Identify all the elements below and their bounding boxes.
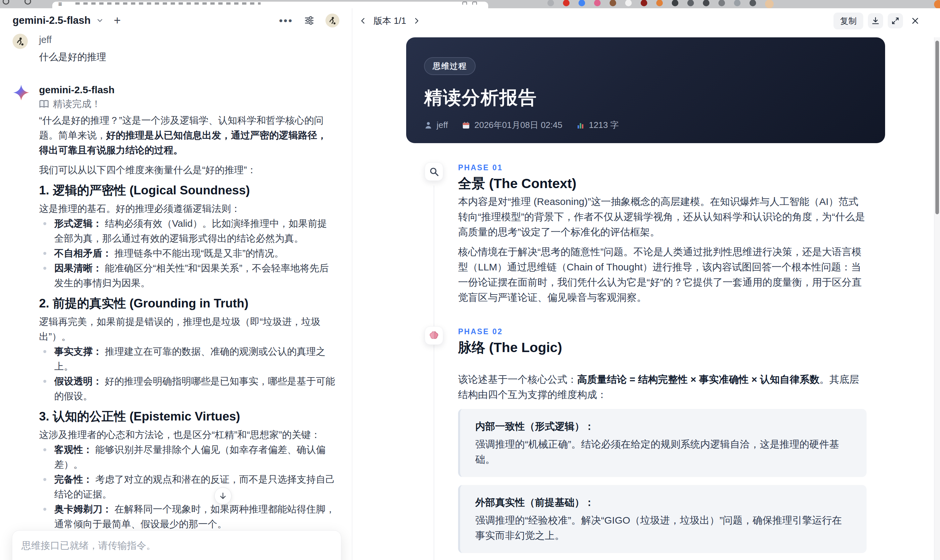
calendar-icon — [462, 121, 470, 129]
browser-grid-icon[interactable] — [25, 0, 31, 5]
version-label: 版本 1/1 — [373, 15, 406, 27]
user-name: jeff — [39, 33, 335, 46]
bar-chart-icon — [576, 121, 585, 129]
assistant-markdown: “什么是好的推理？”这是一个涉及逻辑学、认知科学和哲学核心的问题。简单来说，好的… — [39, 113, 335, 560]
extension-icon[interactable] — [610, 0, 616, 6]
message-composer[interactable]: 思维接口已就绪，请传输指令。 — [12, 530, 341, 560]
md-bullet-list: 事实支撑： 推理建立在可靠的数据、准确的观测或公认的真理之上。 假设透明： 好的… — [39, 344, 335, 404]
extension-icon[interactable] — [563, 0, 570, 6]
extension-icon[interactable] — [718, 0, 725, 6]
md-bullet-list: 客观性： 能够识别并尽量排除个人偏见（如幸存者偏差、确认偏差）。 完备性： 考虑… — [39, 442, 335, 532]
close-icon[interactable] — [908, 13, 923, 28]
copy-button[interactable]: 复制 — [834, 12, 863, 29]
browser-tab[interactable]: ≡ — [52, 2, 488, 8]
user-avatar[interactable] — [12, 34, 28, 49]
assistant-name: gemini-2.5-flash — [39, 83, 335, 97]
report-hero-card: 思维过程 精读分析报告 jeff 2026年01月08日 02:45 — [406, 37, 885, 143]
card-body: 强调推理的“机械正确”。结论必须在给定的规则系统内逻辑自洽，这是推理的硬件基础。 — [475, 437, 851, 467]
gemini-star-icon — [12, 84, 30, 101]
md-bullet-list: 形式逻辑： 结构必须有效（Valid）。比如演绎推理中，如果前提全部为真，那么通… — [39, 216, 335, 291]
report-title: 精读分析报告 — [424, 86, 867, 110]
scroll-to-bottom-button[interactable] — [214, 487, 231, 505]
extension-icon[interactable] — [594, 0, 601, 6]
report-date: 2026年01月08日 02:45 — [462, 119, 562, 131]
dimension-card: 内部一致性（形式逻辑）： 强调推理的“机械正确”。结论必须在给定的规则系统内逻辑… — [458, 409, 866, 477]
extension-icon[interactable] — [765, 0, 774, 8]
list-item: 因果清晰： 能准确区分“相关性”和“因果关系”，不会轻率地将先后发生的事情归为因… — [39, 261, 335, 291]
artifact-panel: 版本 1/1 复制 思维过程 精读分析报告 — [352, 8, 940, 560]
scrollbar-thumb[interactable] — [935, 41, 939, 214]
browser-window-controls[interactable] — [3, 0, 31, 5]
phase-paragraph: 核心情境在于解决“思考的随意性”问题。不论是人类通过批判性思维进行决策，还是大语… — [458, 244, 866, 305]
card-title: 内部一致性（形式逻辑）： — [475, 420, 851, 433]
model-settings-sliders-icon[interactable] — [304, 15, 315, 26]
menu-icon[interactable]: ≡ — [58, 0, 62, 8]
assistant-message: gemini-2.5-flash 精读完成！ “什么是好的推理？”这是一个涉及逻… — [12, 83, 335, 560]
browser-control-icon[interactable] — [3, 0, 9, 5]
list-item: 假设透明： 好的推理会明确指明哪些是已知事实，哪些是基于可能的假设。 — [39, 374, 335, 404]
conversation: jeff 什么是好的推理 gemini-2.5-flash 精读完成！ “什么是… — [12, 33, 335, 560]
extension-icons-row[interactable] — [547, 1, 774, 8]
extension-icon[interactable] — [672, 0, 678, 6]
lead-paragraph: 我们可以从以下四个维度来衡量什么是“好的推理”： — [39, 163, 335, 177]
scrollbar-track[interactable] — [934, 37, 940, 560]
bookmark-icon[interactable] — [462, 2, 467, 5]
magnifier-icon — [425, 162, 443, 181]
phase-paragraph: 本内容是对“推理 (Reasoning)”这一抽象概念的高层建模。在知识爆炸与人… — [458, 194, 866, 240]
phase-label: PHASE 01 — [458, 162, 888, 172]
extension-icon[interactable] — [703, 0, 709, 6]
composer-placeholder[interactable]: 思维接口已就绪，请传输指令。 — [12, 531, 341, 552]
extension-icon[interactable] — [578, 0, 585, 6]
assistant-status-text: 精读完成！ — [53, 97, 101, 111]
md-section-lead: 逻辑再完美，如果前提是错误的，推理也是垃圾（即“垃圾进，垃圾出”）。 — [39, 314, 335, 344]
artifact-toolbar: 版本 1/1 复制 — [352, 8, 940, 29]
book-icon — [39, 99, 49, 109]
user-avatar[interactable] — [325, 14, 339, 28]
phase-lead: 该论述基于一个核心公式：高质量结论 = 结构完整性 × 事实准确性 × 认知自律… — [458, 372, 866, 402]
chat-header: gemini-2.5-flash + ••• — [0, 8, 352, 33]
phase-section-2: PHASE 02 脉络 (The Logic) 该论述基于一个核心公式：高质量结… — [425, 326, 888, 560]
list-item: 奥卡姆剃刀： 在解释同一个现象时，如果两种推理都能站得住脚，通常倾向于最简单、假… — [39, 502, 335, 532]
extension-icon[interactable] — [625, 0, 632, 6]
phase-title: 全景 (The Context) — [458, 175, 888, 191]
report-badge: 思维过程 — [424, 57, 476, 75]
previous-version-button[interactable] — [359, 17, 367, 25]
extension-icon[interactable] — [687, 0, 694, 6]
assistant-status: 精读完成！ — [39, 97, 335, 111]
extension-icon[interactable] — [547, 0, 554, 6]
dimension-cards: 内部一致性（形式逻辑）： 强调推理的“机械正确”。结论必须在给定的规则系统内逻辑… — [458, 409, 888, 560]
arrow-down-icon — [219, 492, 227, 500]
md-heading-2: 2. 前提的真实性 (Grounding in Truth) — [39, 296, 335, 311]
address-url-text[interactable] — [76, 2, 260, 5]
list-item: 事实支撑： 推理建立在可靠的数据、准确的观测或公认的真理之上。 — [39, 344, 335, 374]
phase-label: PHASE 02 — [458, 326, 888, 336]
list-item: 不自相矛盾： 推理链条中不能出现“既是又非”的情况。 — [39, 246, 335, 261]
extension-icon[interactable] — [641, 0, 647, 6]
md-heading-3: 3. 认知的公正性 (Epistemic Virtues) — [39, 409, 335, 424]
chat-title[interactable]: gemini-2.5-flash — [12, 15, 91, 26]
chevron-down-icon[interactable] — [96, 17, 104, 25]
browser-tab-strip: ≡ — [0, 0, 940, 8]
extension-icon[interactable] — [656, 0, 663, 6]
new-chat-button[interactable]: + — [114, 15, 121, 26]
more-options-icon[interactable]: ••• — [279, 18, 293, 23]
list-item: 完备性： 考虑了对立的观点和潜在的反证，而不是只选择支持自己结论的证据。 — [39, 472, 335, 502]
dimension-card: 外部真实性（前提基础）： 强调推理的“经验校准”。解决“GIGO（垃圾进，垃圾出… — [458, 485, 866, 553]
browser-profile-icon[interactable] — [934, 0, 940, 8]
share-icon[interactable] — [472, 2, 477, 5]
card-body: 强调推理的“经验校准”。解决“GIGO（垃圾进，垃圾出）”问题，确保推理引擎运行… — [475, 513, 851, 543]
phase-section-1: PHASE 01 全景 (The Context) 本内容是对“推理 (Reas… — [425, 162, 888, 305]
brain-icon — [425, 326, 443, 345]
extension-icon[interactable] — [734, 0, 741, 6]
user-message-text: 什么是好的推理 — [39, 49, 335, 64]
next-version-button[interactable] — [413, 17, 420, 25]
phase-title: 脉络 (The Logic) — [458, 340, 888, 355]
extension-icon[interactable] — [749, 0, 756, 6]
person-icon — [424, 121, 433, 129]
chat-panel: gemini-2.5-flash + ••• jeff — [0, 8, 352, 560]
list-item: 客观性： 能够识别并尽量排除个人偏见（如幸存者偏差、确认偏差）。 — [39, 442, 335, 472]
user-message: jeff 什么是好的推理 — [12, 33, 335, 64]
card-title: 外部真实性（前提基础）： — [475, 496, 851, 509]
download-icon[interactable] — [868, 13, 883, 28]
expand-icon[interactable] — [888, 13, 903, 28]
